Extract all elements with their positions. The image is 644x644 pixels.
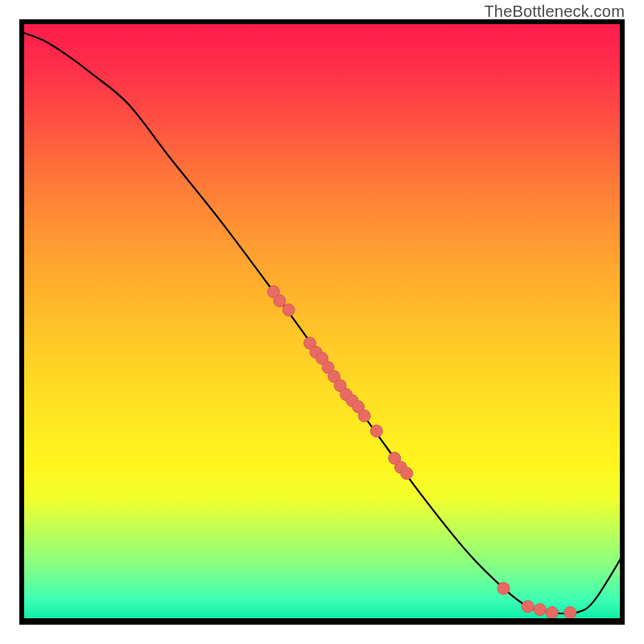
watermark-text: TheBottleneck.com: [484, 2, 625, 21]
data-point: [401, 468, 413, 480]
data-point: [370, 425, 382, 437]
chart-container: TheBottleneck.com: [0, 0, 644, 644]
data-point: [274, 295, 286, 307]
data-point: [564, 607, 576, 619]
data-point: [497, 582, 510, 594]
bottleneck-curve: [19, 31, 625, 613]
data-point: [283, 304, 295, 316]
data-point: [534, 604, 546, 616]
plot-svg: [19, 19, 625, 625]
data-points-group: [267, 286, 576, 619]
data-point: [546, 607, 558, 619]
data-point: [522, 601, 534, 613]
data-point: [358, 410, 370, 422]
